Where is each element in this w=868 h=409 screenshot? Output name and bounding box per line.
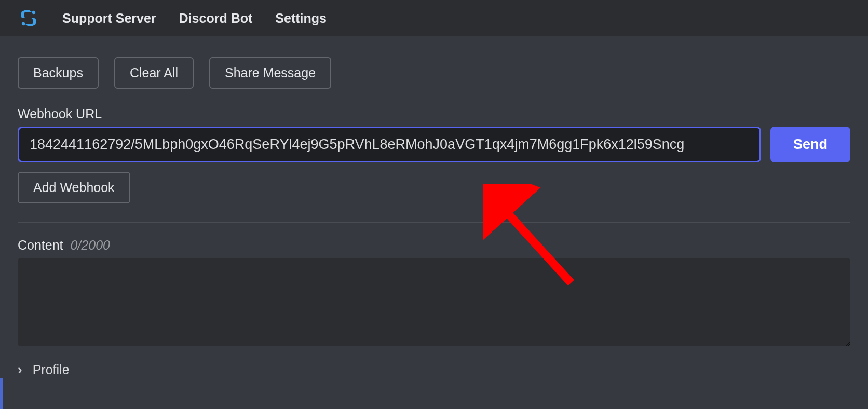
svg-point-0 — [32, 11, 35, 14]
content-char-count: 0/2000 — [71, 238, 110, 253]
svg-point-1 — [22, 22, 25, 25]
app-logo-icon[interactable] — [18, 7, 39, 29]
send-button[interactable]: Send — [770, 127, 850, 162]
content-label: Content — [18, 238, 63, 253]
webhook-url-row: Send — [18, 127, 850, 162]
page-body: Backups Clear All Share Message Webhook … — [0, 36, 868, 378]
action-button-row: Backups Clear All Share Message — [18, 57, 850, 89]
top-nav-bar: Support Server Discord Bot Settings — [0, 0, 868, 36]
webhook-url-input[interactable] — [18, 127, 761, 162]
backups-button[interactable]: Backups — [18, 57, 99, 89]
clear-all-button[interactable]: Clear All — [114, 57, 194, 89]
chevron-right-icon: › — [18, 362, 22, 378]
nav-discord-bot[interactable]: Discord Bot — [179, 11, 253, 26]
profile-label: Profile — [33, 362, 70, 377]
section-divider — [18, 222, 850, 223]
add-webhook-button[interactable]: Add Webhook — [18, 172, 130, 203]
nav-support-server[interactable]: Support Server — [62, 11, 156, 26]
content-textarea[interactable] — [18, 258, 850, 346]
nav-settings[interactable]: Settings — [275, 11, 327, 26]
profile-expand-row[interactable]: › Profile — [18, 362, 850, 378]
webhook-url-label: Webhook URL — [18, 106, 850, 121]
share-message-button[interactable]: Share Message — [209, 57, 331, 89]
content-label-row: Content 0/2000 — [18, 238, 850, 253]
